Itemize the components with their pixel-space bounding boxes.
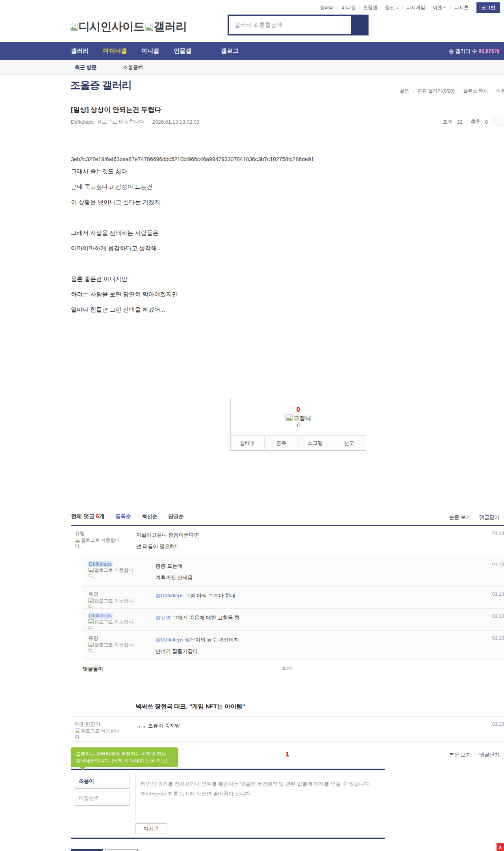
fixed-nick-recommend[interactable]: 고정닉: [285, 414, 311, 422]
top-link-gallog[interactable]: 갤로그: [385, 4, 399, 11]
divider: [492, 120, 492, 124]
post-date: 2026.01.13 13:02:03: [152, 119, 199, 125]
view-post-link[interactable]: 본문 보기: [449, 514, 471, 521]
sort-registered[interactable]: 등록순: [116, 513, 131, 520]
comments-section: 전체 댓글 6개 등록순 최신순 답글순 본문 보기 댓글닫기 유령갤로그로 이…: [71, 513, 504, 675]
concept-posts-button[interactable]: 개념글: [106, 849, 138, 851]
gallery-menu: 설정 연관 갤러리(0/20) 갤주소 복사 이용: [400, 88, 504, 95]
views-label: 조회: [443, 118, 453, 125]
password-input[interactable]: 비밀번호: [75, 791, 130, 806]
post-body: 3eb2c327e19f6af63cea87e74786696dbc5210bf…: [71, 130, 504, 317]
all-posts-button[interactable]: 전체글: [71, 849, 103, 851]
silbechu-button[interactable]: 실베추: [231, 436, 264, 450]
related-gallery-link[interactable]: 연관 갤러리(0/20): [417, 88, 455, 95]
comment-reply-row: 유령갤로그로 이동합니다.@Dbfkdleps 젊은이의 필수 과정이지난너가 …: [83, 630, 504, 660]
usage-link[interactable]: 이용: [496, 88, 504, 95]
recent-visit-gallery[interactable]: 조울증ⓜ: [123, 64, 143, 71]
post-meta: Dbfkdleps 갤로그로 이동합니다. 2026.01.13 13:02:0…: [71, 118, 199, 125]
nav-minigal[interactable]: 미니갤: [141, 47, 159, 55]
top-link-event[interactable]: 이벤트: [433, 4, 447, 11]
post-body-line: 그래서 자살을 선택하는 사람들은: [71, 225, 504, 240]
comment-time: 01.13 1: [492, 635, 504, 641]
post-title: [일상] 상상이 안되는건 두렵다: [71, 105, 161, 114]
mention-link[interactable]: @Dbfkdleps: [156, 593, 183, 598]
fixed-nick-label: 고정닉: [293, 414, 311, 422]
mention-link[interactable]: @Dbfkdleps: [156, 637, 183, 643]
gallery-title: 조울증 갤러리: [70, 78, 132, 92]
top-link-persongal[interactable]: 인물갤: [363, 4, 377, 11]
comment-nickname[interactable]: Dbfkdleps: [88, 613, 113, 619]
nav-persongal[interactable]: 인물갤: [174, 47, 191, 55]
recommend-value: 0: [485, 119, 488, 125]
textarea-placeholder-2: Shift+Enter 키를 동시에 누르면 줄바꿈이 됩니다.: [141, 789, 379, 799]
recent-visit-label: 최근 방문: [75, 64, 97, 71]
recent-gallery-name: 조울증: [123, 64, 138, 70]
post-body-line: 얼마나 힘들면 그런 선택을 하겠어...: [71, 302, 504, 317]
mention-link[interactable]: @유령: [156, 615, 171, 621]
news-comment-nick[interactable]: 예민한연어: [75, 721, 100, 728]
comment-gallog-link[interactable]: 갤로그로 이동합니다.: [88, 567, 137, 579]
recommend-count: 0: [296, 406, 300, 414]
comment-nickname[interactable]: 유령: [75, 530, 85, 537]
search-input[interactable]: 갤러리 & 통합검색: [229, 16, 351, 34]
ad-close-button[interactable]: x: [497, 843, 504, 851]
comments-header-left: 전체 댓글 6개 등록순 최신순 답글순: [71, 513, 504, 520]
post-body-line: [71, 256, 504, 271]
comment-gallog-link[interactable]: 갤로그로 이동합니다.: [88, 619, 137, 631]
comment-gallog-link[interactable]: 갤로그로 이동합니다.: [75, 537, 124, 549]
top-link-dccon[interactable]: 디시콘: [454, 4, 469, 11]
main-navbar: 갤러리 마이너갤 미니갤 인물갤 갤로그 총 갤러리 수 90,876개: [0, 42, 504, 60]
view-post-link[interactable]: 본문 보기: [449, 751, 471, 758]
site-logo[interactable]: 디시인사이드 갤러리: [69, 19, 187, 35]
top-link-minigal[interactable]: 미니갤: [341, 4, 356, 11]
search-button[interactable]: [351, 16, 367, 34]
comment-nickname[interactable]: 유령: [88, 635, 98, 642]
close-comments-link[interactable]: 댓글닫기: [479, 751, 500, 758]
broken-image-icon: [69, 20, 78, 33]
share-button[interactable]: 공유: [264, 436, 298, 450]
nav-minorgal[interactable]: 마이너갤: [103, 47, 127, 55]
divider: [475, 753, 475, 757]
close-comments-link[interactable]: 댓글닫기: [479, 514, 500, 521]
report-button[interactable]: 신고: [332, 436, 366, 450]
comment-nickname[interactable]: Dbfkdleps: [88, 561, 113, 567]
search-box: 갤러리 & 통합검색: [228, 15, 369, 35]
comment-textarea[interactable]: 타인의 권리를 침해하거나 명예를 훼손하는 댓글은 운영원칙 및 관련 법률에…: [135, 774, 385, 820]
news-gallog-link[interactable]: 갤로그로 이동합니다.: [75, 728, 124, 740]
nav-gallog[interactable]: 갤로그: [221, 47, 239, 55]
comment-text: @Dbfkdleps 젊은이의 필수 과정이지난너가 잘될거같다: [156, 634, 239, 657]
sort-newest[interactable]: 최신순: [142, 513, 158, 520]
news-comment-row: 예민한연어 갤로그로 이동합니다. ㅠㅠ 조뷰이 죽지망 01.13: [71, 717, 504, 742]
comment-write-form: 조봉이 비밀번호 타인의 권리를 침해하거나 명예를 훼손하는 댓글은 운영원칙…: [71, 769, 385, 839]
dccon-button[interactable]: 디시콘: [135, 823, 167, 834]
textarea-placeholder-1: 타인의 권리를 침해하거나 명예를 훼손하는 댓글은 운영원칙 및 관련 법률에…: [141, 779, 379, 789]
vote-box: 0 고정닉 0 실베추 공유 스크랩 신고: [230, 398, 366, 451]
top-link-gallery[interactable]: 갤러리: [320, 4, 334, 11]
content-column: 조울증 갤러리 설정 연관 갤러리(0/20) 갤주소 복사 이용 [일상] 상…: [71, 75, 504, 851]
post-body-text: 그래서 죽는것도 싫다근데 죽고싶다고 감정이 드는건이 상황을 벗어나고 싶다…: [71, 164, 504, 317]
comment-reply-row: 유령갤로그로 이동합니다.@Dbfkdleps 그럼 아직 ㄱㅊ아 힌내01.1…: [83, 586, 504, 608]
author-gallog-link[interactable]: 갤로그로 이동합니다.: [97, 118, 146, 125]
gallog-link-text: 갤로그로 이동합니다.: [75, 728, 120, 740]
broken-image-icon: [75, 728, 81, 734]
divider: [337, 6, 338, 9]
post-author[interactable]: Dbfkdleps: [71, 119, 94, 125]
sort-reply[interactable]: 답글순: [169, 513, 184, 520]
comment-text: @유령 그대신 죽음에 대한 고찰을 함: [156, 612, 239, 623]
post-body-line: 그래서 죽는것도 싫다: [71, 164, 504, 179]
top-link-dcgame[interactable]: 디시게임: [406, 4, 425, 11]
broken-image-icon: [88, 598, 94, 604]
news-headline-link[interactable]: 넥써쓰 장현국 대표, "게임 NFT는 아이템": [135, 703, 245, 710]
scrap-button[interactable]: 스크랩: [298, 436, 332, 450]
gallery-settings-link[interactable]: 설정: [400, 88, 409, 95]
comment-gallog-link[interactable]: 갤로그로 이동합니다.: [88, 642, 137, 654]
divider: [206, 49, 206, 54]
comment-nickname[interactable]: 유령: [88, 591, 98, 598]
post-body-line: 물론 좋은건 아니지만: [71, 271, 504, 286]
nav-gallery[interactable]: 갤러리: [71, 47, 89, 55]
nickname-input[interactable]: 조봉이: [75, 774, 130, 789]
comment-count-pill[interactable]: [493, 116, 504, 126]
login-button[interactable]: 로그인: [476, 2, 500, 13]
news-comment-time: 01.13: [492, 721, 504, 727]
copy-address-link[interactable]: 갤주소 복사: [463, 88, 488, 95]
